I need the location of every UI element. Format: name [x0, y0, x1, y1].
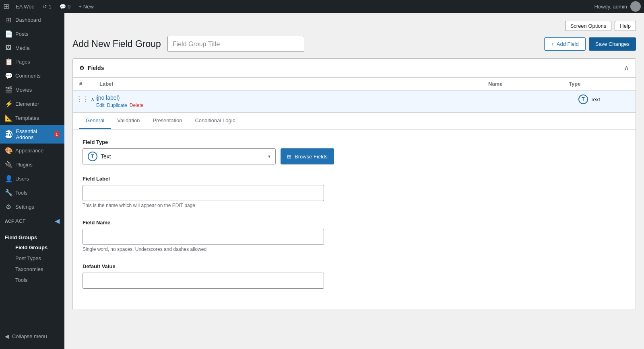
- sidebar-item-plugins[interactable]: 🔌 Plugins: [0, 158, 64, 172]
- admin-bar-site[interactable]: EA Woo: [12, 0, 38, 13]
- wp-logo-icon[interactable]: ⊞: [3, 2, 9, 11]
- header-actions: + Add Field Save Changes: [544, 37, 636, 51]
- field-name-help-text: Single word, no spaces. Underscores and …: [83, 246, 626, 252]
- dashboard-icon: ⊞: [5, 16, 12, 24]
- field-type-form-label: Field Type: [83, 139, 626, 145]
- sidebar-label-plugins: Plugins: [15, 162, 33, 168]
- fields-box-header[interactable]: ⚙ Fields ∧: [73, 59, 636, 78]
- sidebar-item-settings[interactable]: ⚙ Settings: [0, 200, 64, 214]
- field-label-link[interactable]: (no label): [96, 94, 120, 101]
- pages-icon: 📋: [5, 58, 12, 66]
- field-type-dropdown[interactable]: T Text ▾: [83, 148, 276, 164]
- field-type-section: Field Type T Text ▾: [83, 139, 626, 164]
- sidebar-item-appearance[interactable]: 🎨 Appearance: [0, 144, 64, 158]
- users-icon: 👤: [5, 175, 12, 183]
- field-type-cell: T Text: [575, 90, 636, 108]
- sidebar-sub-tools[interactable]: Tools: [0, 275, 64, 285]
- tab-validation[interactable]: Validation: [111, 113, 146, 129]
- sidebar-label-posts: Posts: [15, 31, 29, 37]
- add-field-label: Add Field: [557, 41, 579, 47]
- field-delete-link[interactable]: Delete: [130, 103, 144, 108]
- field-actions: Edit Duplicate Delete: [96, 103, 491, 108]
- drag-handle-icon[interactable]: ⋮⋮: [76, 95, 89, 103]
- collapse-menu-button[interactable]: ◀ Collapse menu: [0, 330, 64, 343]
- field-label-help-text: This is the name which will appear on th…: [83, 203, 626, 208]
- tab-conditional-logic[interactable]: Conditional Logic: [188, 113, 242, 129]
- fields-collapse-icon[interactable]: ∧: [624, 64, 629, 72]
- dropdown-type-value: Text: [101, 153, 111, 160]
- sidebar-item-media[interactable]: 🖼 Media: [0, 41, 64, 55]
- tab-validation-label: Validation: [117, 117, 140, 123]
- sidebar-item-acf[interactable]: ACF ACF ◀: [0, 214, 64, 228]
- collapse-icon: ◀: [5, 333, 9, 339]
- field-duplicate-link[interactable]: Duplicate: [107, 103, 127, 108]
- field-edit-link[interactable]: Edit: [96, 103, 105, 108]
- admin-bar-comments[interactable]: 💬 0: [56, 0, 74, 13]
- sidebar-item-posts[interactable]: 📄 Posts: [0, 27, 64, 41]
- dropdown-type-letter: T: [91, 154, 94, 159]
- sidebar-item-movies[interactable]: 🎬 Movies: [0, 83, 64, 97]
- field-label-cell: (no label) Edit Duplicate Delete: [93, 90, 495, 112]
- fields-table-header: # Label Name Type: [73, 78, 636, 90]
- chevron-down-icon: ▾: [268, 154, 270, 159]
- save-changes-button[interactable]: Save Changes: [589, 37, 636, 51]
- sidebar-label-dashboard: Dashboard: [15, 17, 41, 23]
- sidebar-label-settings: Settings: [15, 204, 34, 210]
- sidebar-item-tools[interactable]: 🔧 Tools: [0, 186, 64, 200]
- col-name: Name: [488, 81, 569, 87]
- admin-bar-new[interactable]: + New: [75, 0, 97, 13]
- sidebar-sub-field-groups[interactable]: Field Groups: [0, 242, 64, 253]
- field-type-label: Text: [590, 96, 600, 103]
- sidebar-item-essential-addons[interactable]: EA Essential Addons 1: [0, 125, 64, 144]
- sidebar-label-media: Media: [15, 45, 29, 51]
- sidebar-item-users[interactable]: 👤 Users: [0, 172, 64, 186]
- tab-conditional-logic-label: Conditional Logic: [195, 117, 235, 123]
- sidebar-sub-post-types[interactable]: Post Types: [0, 253, 64, 264]
- field-group-title-input[interactable]: [167, 36, 304, 52]
- default-value-input[interactable]: [83, 273, 324, 289]
- new-label: New: [83, 4, 94, 10]
- templates-icon: 📐: [5, 114, 12, 122]
- sidebar-label-acf: ACF: [15, 218, 26, 224]
- field-edit-content: Field Type T Text ▾: [73, 129, 636, 310]
- screen-options-button[interactable]: Screen Options: [565, 21, 612, 31]
- dropdown-type-icon: T: [88, 152, 97, 161]
- movies-icon: 🎬: [5, 86, 12, 94]
- sidebar-item-templates[interactable]: 📐 Templates: [0, 111, 64, 125]
- field-type-icon-letter: T: [582, 96, 584, 102]
- field-name-input[interactable]: [83, 229, 324, 245]
- browse-fields-button[interactable]: ⊞ Browse Fields: [281, 148, 334, 164]
- browse-fields-label: Browse Fields: [295, 154, 328, 160]
- new-icon: +: [78, 4, 82, 10]
- acf-arrow-icon: ◀: [55, 217, 60, 225]
- essential-addons-badge: 1: [54, 131, 60, 138]
- plugins-icon: 🔌: [5, 161, 12, 168]
- sidebar-label-essential-addons: Essential Addons: [16, 128, 51, 140]
- field-tabs: General Validation Presentation Conditio…: [73, 113, 636, 129]
- field-name-cell: [495, 90, 575, 100]
- sidebar-label-templates: Templates: [15, 115, 39, 121]
- sidebar-item-elementor[interactable]: ⚡ Elementor: [0, 97, 64, 111]
- fields-title-label: Fields: [88, 65, 104, 71]
- sidebar-item-pages[interactable]: 📋 Pages: [0, 55, 64, 69]
- sidebar-sub-taxonomies[interactable]: Taxonomies: [0, 264, 64, 275]
- admin-bar-updates[interactable]: ↺ 1: [39, 0, 55, 13]
- tab-general-label: General: [86, 117, 104, 123]
- default-value-form-label: Default Value: [83, 263, 626, 269]
- tools-icon: 🔧: [5, 189, 12, 197]
- sidebar-item-comments[interactable]: 💬 Comments: [0, 69, 64, 83]
- add-field-plus-icon: +: [551, 41, 554, 47]
- tab-general[interactable]: General: [79, 113, 111, 129]
- field-type-select-inner: T Text: [88, 152, 111, 161]
- site-name-label: EA Woo: [16, 4, 35, 10]
- sidebar-label-users: Users: [15, 176, 29, 182]
- tab-presentation[interactable]: Presentation: [146, 113, 188, 129]
- add-field-button[interactable]: + Add Field: [544, 37, 586, 51]
- sidebar-item-dashboard[interactable]: ⊞ Dashboard: [0, 13, 64, 27]
- field-label-input[interactable]: [83, 185, 324, 201]
- acf-icon: ACF: [5, 219, 12, 224]
- col-type: Type: [569, 81, 629, 87]
- browse-fields-grid-icon: ⊞: [287, 154, 291, 160]
- help-button[interactable]: Help: [615, 21, 636, 31]
- updates-count: 1: [49, 4, 52, 10]
